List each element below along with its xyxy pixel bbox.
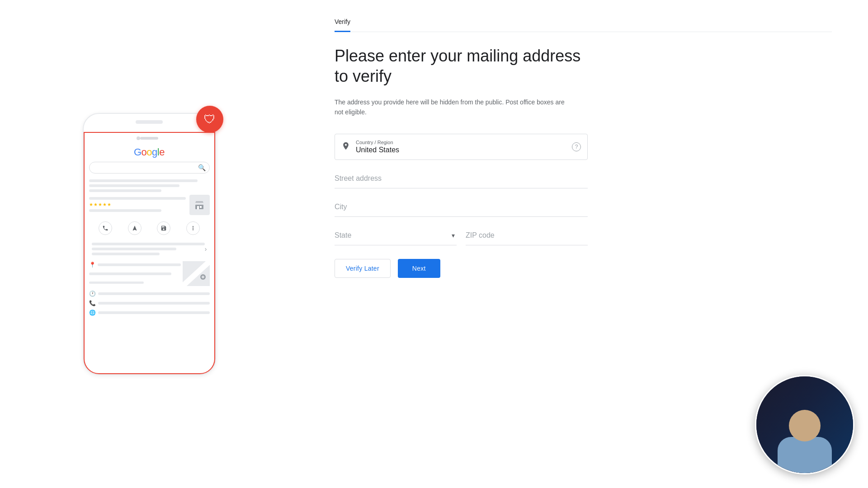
country-content: Country / Region United States (356, 140, 566, 154)
street-address-field[interactable] (335, 169, 588, 188)
svg-rect-2 (200, 206, 202, 208)
skeleton-line (89, 272, 172, 275)
map-info: 📍 (89, 261, 181, 286)
state-select[interactable]: State AlabamaAlaskaArizonaArkansasCalifo… (335, 226, 457, 244)
state-field[interactable]: State AlabamaAlaskaArizonaArkansasCalifo… (335, 226, 457, 245)
verify-tab-label: Verify (335, 18, 350, 25)
business-info: ★★★★★ (89, 195, 186, 214)
form-title: Please enter your mailing address to ver… (335, 46, 588, 86)
search-icon: 🔍 (198, 164, 206, 171)
phone-google-logo: Google (85, 144, 214, 160)
skeleton-line (98, 292, 210, 295)
chevron-right-icon: › (205, 245, 207, 253)
help-icon[interactable]: ? (572, 142, 581, 151)
directions-button (128, 221, 142, 235)
phone-arrow-row: › (89, 239, 210, 259)
skeleton-line (98, 302, 210, 305)
skeleton-line (92, 243, 205, 245)
skeleton-line (98, 311, 210, 314)
phone-business-card: ★★★★★ (89, 195, 210, 215)
country-value: United States (356, 146, 566, 154)
question-mark: ? (575, 144, 578, 150)
skeleton-line (89, 209, 162, 212)
business-image (189, 195, 210, 215)
phone-inner: Google 🔍 ★★★★★ (84, 132, 215, 374)
phone-info-rows: 🕐 📞 🌐 (85, 286, 214, 320)
globe-icon: 🌐 (89, 310, 95, 316)
store-icon (194, 200, 205, 211)
phone-info-row-hours: 🕐 (89, 290, 210, 297)
skeleton-line (89, 197, 186, 200)
phone-top-bar (85, 133, 214, 144)
person-body (778, 437, 832, 473)
state-zip-row: State AlabamaAlaskaArizonaArkansasCalifo… (335, 226, 588, 245)
phone-info-row-phone: 📞 (89, 300, 210, 307)
shield-badge: 🛡 (196, 106, 223, 133)
video-avatar-content (756, 376, 853, 473)
person-silhouette (778, 401, 832, 473)
phone-icon: 📞 (89, 300, 95, 306)
phone-info-row-web: 🌐 (89, 309, 210, 316)
star-rating: ★★★★★ (89, 202, 186, 207)
phone-skeleton-content: ★★★★★ (85, 175, 214, 261)
video-avatar (755, 375, 854, 474)
svg-point-6 (202, 276, 204, 278)
more-button (186, 221, 200, 235)
map-visual (183, 261, 210, 286)
save-button (157, 221, 170, 235)
clock-icon: 🕐 (89, 291, 95, 297)
verify-tab-bar: Verify (335, 18, 832, 32)
phone-camera (137, 136, 140, 140)
svg-rect-0 (195, 205, 203, 209)
country-region-field[interactable]: Country / Region United States ? (335, 134, 588, 160)
verify-later-button[interactable]: Verify Later (335, 259, 391, 278)
call-button (99, 221, 112, 235)
skeleton-line (98, 263, 181, 266)
phone-speaker (140, 137, 158, 140)
form-description: The address you provide here will be hid… (335, 97, 570, 117)
skeleton-line (89, 189, 161, 192)
zip-input[interactable] (466, 226, 588, 245)
shield-icon: 🛡 (204, 113, 216, 127)
country-label: Country / Region (356, 140, 566, 145)
phone-search-bar[interactable]: 🔍 (89, 162, 210, 174)
skeleton-line (92, 248, 177, 250)
skeleton-line (89, 179, 198, 182)
city-field[interactable] (335, 197, 588, 217)
skeleton-line (89, 282, 144, 284)
city-input[interactable] (335, 197, 588, 217)
address-form: Country / Region United States ? State A… (335, 134, 588, 278)
skeleton-line (89, 184, 179, 187)
zip-field[interactable] (466, 226, 588, 245)
skeleton-line (92, 253, 160, 255)
form-buttons: Verify Later Next (335, 259, 588, 278)
verify-tab[interactable]: Verify (335, 18, 350, 32)
street-address-input[interactable] (335, 169, 588, 188)
phone-action-buttons (89, 218, 210, 239)
person-head (789, 410, 821, 441)
location-pin-icon: 📍 (89, 262, 96, 268)
phone-mockup: 🛡 Google 🔍 (83, 113, 216, 375)
svg-rect-1 (197, 206, 199, 209)
google-logo-text: Google (134, 146, 165, 158)
location-pin-icon (341, 141, 350, 152)
next-button[interactable]: Next (398, 259, 440, 278)
phone-map-area: 📍 (89, 261, 210, 286)
map-thumbnail (183, 261, 210, 286)
left-panel: 🛡 Google 🔍 (0, 0, 298, 488)
